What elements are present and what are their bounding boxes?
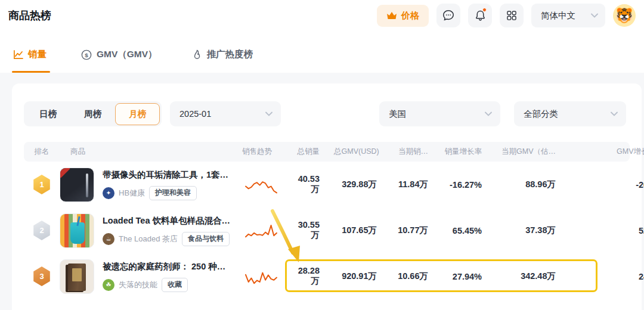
total-gmv-value: 920.91万 (334, 271, 391, 282)
col-gmv-growth: GMV增长率 (556, 147, 644, 157)
category-tag[interactable]: 食品与饮料 (182, 232, 230, 246)
tab-gmv[interactable]: $ GMV（GMV） (81, 48, 157, 73)
period-sales-value: 10.77万 (391, 225, 442, 236)
sales-growth-value: 65.45% (442, 226, 490, 235)
rank-medal-bronze: 3 (33, 266, 51, 286)
dollar-circle-icon: $ (81, 49, 92, 60)
tab-promotion-heat[interactable]: 推广热度榜 (192, 48, 253, 73)
col-sales-growth: 销量增长率 (442, 147, 490, 157)
category-tag[interactable]: 护理和美容 (149, 186, 197, 200)
category-select[interactable]: 全部分类 (514, 101, 626, 126)
sales-growth-value: -16.27% (442, 180, 490, 190)
col-period-sales: 当期销… (391, 147, 442, 157)
language-select[interactable]: 简体中文 (531, 4, 605, 27)
user-avatar[interactable]: 🐯 (613, 4, 636, 27)
sales-trend-sparkline (244, 219, 278, 242)
sales-growth-value: 27.94% (442, 272, 490, 281)
period-gmv-value: 88.96万 (490, 179, 556, 190)
period-monthly[interactable]: 月榜 (115, 103, 160, 125)
period-segmented-control: 日榜 周榜 月榜 (24, 101, 162, 126)
trend-chart-icon (13, 50, 23, 60)
gmv-growth-value: 24% (556, 272, 644, 281)
product-title[interactable]: Loaded Tea 饮料单包样品混合… (103, 215, 230, 227)
svg-text:$: $ (85, 51, 88, 58)
chevron-down-icon (265, 111, 273, 116)
seller-avatar: ☕ (103, 233, 114, 245)
page-title: 商品热榜 (8, 6, 51, 23)
col-rank: 排名 (24, 147, 60, 157)
col-trend: 销售趋势 (239, 147, 292, 157)
flame-icon (192, 49, 202, 60)
col-period-gmv: 当期GMV（估… (490, 147, 556, 157)
col-total-sales: 总销量 (292, 147, 334, 157)
seller-avatar: ✦ (103, 187, 114, 199)
chevron-down-icon (591, 13, 598, 18)
product-image[interactable] (60, 259, 94, 294)
period-sales-value: 11.84万 (391, 179, 442, 190)
period-gmv-value: 342.48万 (490, 271, 556, 282)
product-image[interactable] (60, 168, 94, 202)
table-row[interactable]: 3 被遗忘的家庭药剂师： 250 种… ☘ 失落的技能 收藏 28.28万 92… (24, 253, 630, 299)
product-image[interactable] (60, 213, 94, 248)
period-gmv-value: 37.38万 (490, 225, 556, 236)
gmv-growth-value: 52% (556, 226, 644, 235)
period-weekly[interactable]: 周榜 (70, 103, 115, 125)
filter-row: 日榜 周榜 月榜 2025-01 美国 全部分类 (24, 101, 630, 126)
period-sales-value: 10.66万 (391, 271, 442, 282)
sales-trend-sparkline (244, 173, 278, 196)
total-gmv-value: 329.88万 (334, 179, 391, 190)
tab-bar: 销量 $ GMV（GMV） 推广热度榜 (0, 29, 644, 73)
seller-name[interactable]: HB健康 (119, 188, 145, 199)
chat-button[interactable] (436, 4, 460, 27)
table-row[interactable]: 1 带摄像头的耳垢清除工具，1套… ✦ HB健康 护理和美容 40.53万 32… (24, 162, 630, 207)
table-row[interactable]: 2 Loaded Tea 饮料单包样品混合… ☕ The Loaded 茶店 食… (24, 207, 630, 253)
ranking-card: 日榜 周榜 月榜 2025-01 美国 全部分类 排名 商品 销售趋势 总销量 (12, 83, 642, 310)
seller-avatar: ☘ (103, 279, 114, 291)
total-sales-value: 28.28万 (292, 266, 334, 287)
apps-button[interactable] (500, 4, 524, 27)
seller-name[interactable]: The Loaded 茶店 (119, 234, 178, 244)
total-sales-value: 40.53万 (292, 174, 334, 195)
table-header: 排名 商品 销售趋势 总销量 总GMV(USD) 当期销… 销量增长率 当期GM… (24, 142, 630, 162)
chevron-down-icon (611, 111, 618, 116)
country-select[interactable]: 美国 (379, 101, 500, 126)
price-button[interactable]: 价格 (377, 5, 429, 27)
gmv-growth-value: -26% (556, 180, 644, 190)
seller-name[interactable]: 失落的技能 (119, 280, 157, 290)
date-select[interactable]: 2025-01 (170, 101, 281, 126)
total-gmv-value: 107.65万 (334, 225, 391, 236)
product-title[interactable]: 被遗忘的家庭药剂师： 250 种… (103, 261, 225, 272)
col-product: 商品 (60, 147, 239, 157)
col-total-gmv: 总GMV(USD) (334, 147, 391, 157)
crown-icon (386, 11, 397, 20)
product-title[interactable]: 带摄像头的耳垢清除工具，1套… (103, 169, 228, 181)
sales-trend-sparkline (244, 265, 278, 288)
period-daily[interactable]: 日榜 (26, 103, 70, 125)
rank-medal-silver: 2 (33, 221, 51, 240)
tab-sales[interactable]: 销量 (13, 48, 47, 73)
rank-medal-gold: 1 (33, 175, 51, 194)
chevron-down-icon (485, 111, 492, 116)
chat-icon (442, 9, 455, 22)
category-tag[interactable]: 收藏 (162, 278, 188, 292)
total-sales-value: 30.55万 (292, 220, 334, 241)
notification-dot (482, 8, 487, 12)
notifications-button[interactable] (468, 4, 492, 27)
grid-icon (506, 10, 518, 21)
top-header: 商品热榜 价格 (0, 0, 644, 29)
